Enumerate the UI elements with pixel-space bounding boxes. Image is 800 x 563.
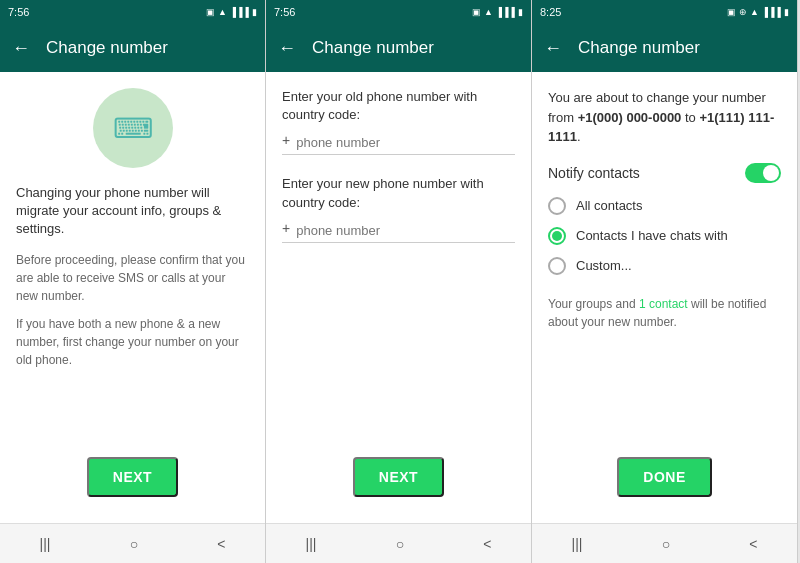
photo-icon-2: ▣ <box>472 7 481 17</box>
change-desc-post: . <box>577 129 581 144</box>
bottom-nav-1: ||| ○ < <box>0 523 265 563</box>
notify-toggle[interactable] <box>745 163 781 183</box>
location-icon: ⊕ <box>739 7 747 17</box>
new-phone-input[interactable] <box>296 223 515 238</box>
plus-sign-old: + <box>282 132 290 150</box>
status-icons-1: ▣ ▲ ▐▐▐ ▮ <box>206 7 257 17</box>
back-nav-icon-1[interactable]: < <box>217 536 225 552</box>
wifi-icon-2: ▲ <box>484 7 493 17</box>
status-icons-2: ▣ ▲ ▐▐▐ ▮ <box>472 7 523 17</box>
content-3: You are about to change your number from… <box>532 72 797 523</box>
header-1: ← Change number <box>0 24 265 72</box>
photo-icon: ▣ <box>206 7 215 17</box>
home-icon-1[interactable]: ○ <box>130 536 138 552</box>
signal-icon-3: ▐▐▐ <box>762 7 781 17</box>
battery-icon-2: ▮ <box>518 7 523 17</box>
change-desc-mid: to <box>681 110 699 125</box>
radio-label-custom: Custom... <box>576 258 632 273</box>
bottom-nav-2: ||| ○ < <box>266 523 531 563</box>
next-button-2[interactable]: NEXT <box>353 457 444 497</box>
screen-3: 8:25 ▣ ⊕ ▲ ▐▐▐ ▮ ← Change number You are… <box>532 0 798 563</box>
status-bar-2: 7:56 ▣ ▲ ▐▐▐ ▮ <box>266 0 531 24</box>
old-number-input-row: + <box>282 132 515 155</box>
header-3: ← Change number <box>532 24 797 72</box>
status-time-2: 7:56 <box>274 6 295 18</box>
new-number-input-row: + <box>282 220 515 243</box>
phone-icon-bg: ⌨ <box>93 88 173 168</box>
group-notice-pre: Your groups and <box>548 297 639 311</box>
next-button-1[interactable]: NEXT <box>87 457 178 497</box>
signal-icon: ▐▐▐ <box>230 7 249 17</box>
wifi-icon: ▲ <box>218 7 227 17</box>
home-icon-3[interactable]: ○ <box>662 536 670 552</box>
header-title-1: Change number <box>46 38 168 58</box>
back-nav-icon-2[interactable]: < <box>483 536 491 552</box>
radio-circle-all <box>548 197 566 215</box>
sub-text-2: If you have both a new phone & a new num… <box>16 315 249 369</box>
toggle-knob <box>763 165 779 181</box>
photo-icon-3: ▣ <box>727 7 736 17</box>
change-description: You are about to change your number from… <box>548 88 781 147</box>
icon-container: ⌨ <box>16 88 249 168</box>
signal-icon-2: ▐▐▐ <box>496 7 515 17</box>
content-1: ⌨ Changing your phone number will migrat… <box>0 72 265 523</box>
screen-2: 7:56 ▣ ▲ ▐▐▐ ▮ ← Change number Enter you… <box>266 0 532 563</box>
menu-icon-1[interactable]: ||| <box>40 536 51 552</box>
plus-sign-new: + <box>282 220 290 238</box>
wifi-icon-3: ▲ <box>750 7 759 17</box>
radio-circle-chats <box>548 227 566 245</box>
group-notice: Your groups and 1 contact will be notifi… <box>548 295 781 331</box>
screen-1: 7:56 ▣ ▲ ▐▐▐ ▮ ← Change number ⌨ Changin… <box>0 0 266 563</box>
content-2: Enter your old phone number with country… <box>266 72 531 523</box>
contact-link[interactable]: 1 contact <box>639 297 688 311</box>
radio-label-chats: Contacts I have chats with <box>576 228 728 243</box>
keyboard-icon: ⌨ <box>113 112 153 145</box>
back-button-1[interactable]: ← <box>12 38 30 59</box>
radio-chats[interactable]: Contacts I have chats with <box>548 227 781 245</box>
back-button-3[interactable]: ← <box>544 38 562 59</box>
old-number-label: Enter your old phone number with country… <box>282 88 515 124</box>
done-button[interactable]: DONE <box>617 457 711 497</box>
header-2: ← Change number <box>266 24 531 72</box>
old-phone-input[interactable] <box>296 135 515 150</box>
battery-icon-3: ▮ <box>784 7 789 17</box>
status-icons-3: ▣ ⊕ ▲ ▐▐▐ ▮ <box>727 7 789 17</box>
home-icon-2[interactable]: ○ <box>396 536 404 552</box>
menu-icon-2[interactable]: ||| <box>306 536 317 552</box>
old-number-display: +1(000) 000-0000 <box>578 110 682 125</box>
notify-label: Notify contacts <box>548 165 640 181</box>
radio-custom[interactable]: Custom... <box>548 257 781 275</box>
battery-icon: ▮ <box>252 7 257 17</box>
header-title-2: Change number <box>312 38 434 58</box>
back-button-2[interactable]: ← <box>278 38 296 59</box>
radio-circle-custom <box>548 257 566 275</box>
menu-icon-3[interactable]: ||| <box>572 536 583 552</box>
new-number-label: Enter your new phone number with country… <box>282 175 515 211</box>
status-bar-1: 7:56 ▣ ▲ ▐▐▐ ▮ <box>0 0 265 24</box>
sub-text-1: Before proceeding, please confirm that y… <box>16 251 249 305</box>
radio-all-contacts[interactable]: All contacts <box>548 197 781 215</box>
main-description: Changing your phone number will migrate … <box>16 184 249 239</box>
notify-row: Notify contacts <box>548 163 781 183</box>
status-time-3: 8:25 <box>540 6 561 18</box>
header-title-3: Change number <box>578 38 700 58</box>
status-time-1: 7:56 <box>8 6 29 18</box>
bottom-nav-3: ||| ○ < <box>532 523 797 563</box>
status-bar-3: 8:25 ▣ ⊕ ▲ ▐▐▐ ▮ <box>532 0 797 24</box>
radio-label-all: All contacts <box>576 198 642 213</box>
back-nav-icon-3[interactable]: < <box>749 536 757 552</box>
